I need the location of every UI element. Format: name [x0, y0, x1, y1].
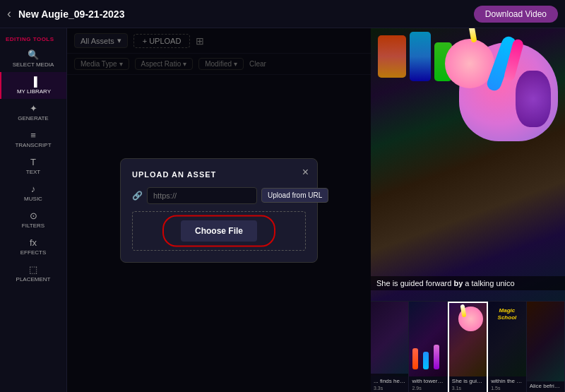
thumb-duration: 3.1s [449, 386, 487, 392]
subtitle-text: She is guided forward by a talking unico [376, 279, 515, 287]
placement-icon: ⬚ [29, 264, 37, 275]
video-frame [371, 28, 565, 301]
sidebar-item-label: SELECT MEDIA [13, 61, 54, 68]
modal-close-button[interactable]: × [302, 166, 309, 179]
url-row: 🔗 Upload from URL [132, 187, 306, 204]
link-icon: 🔗 [132, 191, 143, 201]
sidebar-item-label: MY LIBRARY [17, 88, 51, 95]
sidebar-item-label: MUSIC [24, 196, 42, 202]
right-panel: She is guided forward by a talking unico… [371, 28, 565, 392]
sidebar: EDITING TOOLS 🔍 SELECT MEDIA ▐ MY LIBRAR… [0, 28, 67, 392]
sidebar-item-music[interactable]: ♪ MUSIC [0, 179, 66, 206]
sidebar-item-label: TRANSCRIPT [15, 142, 51, 148]
url-input[interactable] [147, 187, 257, 204]
sidebar-item-label: TEXT [26, 169, 40, 175]
modal-overlay: UPLOAD AN ASSET × 🔗 Upload from URL Choo… [67, 28, 371, 392]
thumb-duration: 2.9s [409, 386, 446, 392]
thumbnail-item-active[interactable]: She is guided forward by a talking ... 3… [448, 302, 488, 392]
transcript-icon: ≡ [30, 130, 36, 141]
thumb-label: Alice befrien... [527, 381, 564, 391]
back-button[interactable]: ‹ [7, 6, 11, 21]
sidebar-item-placement[interactable]: ⬚ PLACEMENT [0, 260, 66, 287]
choose-file-area: Choose File [132, 211, 306, 251]
thumbnail-item[interactable]: MagicSchool within the school of magic. … [488, 302, 526, 392]
sidebar-item-my-library[interactable]: ▐ MY LIBRARY [0, 72, 66, 99]
sidebar-item-transcript[interactable]: ≡ TRANSCRIPT [0, 126, 66, 153]
video-preview: She is guided forward by a talking unico… [371, 28, 565, 392]
music-icon: ♪ [31, 184, 36, 194]
text-icon: T [30, 157, 36, 167]
subtitle-bar: She is guided forward by a talking unico [371, 276, 565, 290]
download-video-button[interactable]: Download Video [474, 6, 558, 23]
sidebar-item-label: GENERATE [18, 115, 48, 121]
upload-modal: UPLOAD AN ASSET × 🔗 Upload from URL Choo… [120, 158, 318, 263]
search-icon: 🔍 [28, 49, 39, 60]
sidebar-item-label: FILTERS [22, 222, 44, 229]
sidebar-item-generate[interactable]: ✦ GENERATE [0, 99, 66, 126]
thumb-label: She is guided forward by a talking ... [449, 376, 487, 386]
generate-icon: ✦ [30, 103, 37, 114]
thumb-duration: 1.5s [488, 386, 525, 392]
thumb-label: with towers emitting colorful smoke. [409, 376, 446, 386]
thumb-image [409, 302, 446, 376]
thumbnail-item[interactable]: with towers emitting colorful smoke. 2.9… [409, 302, 447, 392]
modal-title: UPLOAD AN ASSET [132, 170, 306, 179]
effects-icon: fx [30, 237, 37, 248]
sidebar-item-text[interactable]: T TEXT [0, 153, 66, 179]
thumb-image: MagicSchool [488, 302, 525, 376]
choose-file-button[interactable]: Choose File [181, 220, 257, 242]
sidebar-item-filters[interactable]: ⊙ FILTERS [0, 206, 66, 233]
thumb-image [449, 303, 487, 376]
thumbnail-item[interactable]: Alice befrien... [527, 302, 565, 392]
thumbnail-item[interactable]: ... finds herself in a mystical sch... 3… [371, 302, 409, 392]
main-layout: EDITING TOOLS 🔍 SELECT MEDIA ▐ MY LIBRAR… [0, 28, 565, 392]
thumb-label: within the school of magic. [488, 376, 525, 386]
thumb-label: ... finds herself in a mystical sch... [371, 376, 408, 386]
content-area: All Assets ▾ + UPLOAD ⊞ Media Type ▾ Asp… [67, 28, 565, 392]
thumb-image [371, 302, 408, 376]
library-icon: ▐ [30, 76, 37, 87]
sidebar-item-select-media[interactable]: 🔍 SELECT MEDIA [0, 45, 66, 72]
thumb-image [527, 302, 564, 381]
top-bar: ‹ New Augie_09-21-2023 Download Video [0, 0, 565, 28]
thumb-overlay [371, 374, 408, 376]
project-title: New Augie_09-21-2023 [18, 8, 474, 20]
editing-tools-label: EDITING TOOLS [0, 32, 66, 45]
upload-from-url-button[interactable]: Upload from URL [261, 188, 328, 203]
filters-icon: ⊙ [30, 210, 37, 221]
sidebar-item-effects[interactable]: fx EFFECTS [0, 233, 66, 260]
left-panel: All Assets ▾ + UPLOAD ⊞ Media Type ▾ Asp… [67, 28, 371, 392]
sidebar-item-label: EFFECTS [20, 249, 46, 256]
sidebar-item-label: PLACEMENT [16, 276, 51, 283]
thumbnails-strip: ‹ ... finds herself in a mystical sch...… [371, 301, 565, 392]
thumb-duration: 3.3s [371, 386, 408, 392]
